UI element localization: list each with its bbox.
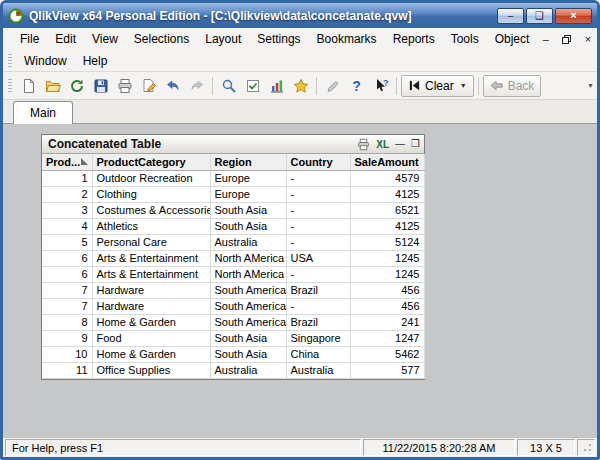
window-maximize-button[interactable]: ❑ bbox=[526, 8, 553, 24]
table-cell[interactable]: 1245 bbox=[350, 250, 424, 266]
table-cell[interactable]: 11 bbox=[42, 362, 92, 378]
table-cell[interactable]: - bbox=[286, 298, 350, 314]
undo-icon[interactable] bbox=[161, 75, 184, 97]
menu-file[interactable]: File bbox=[12, 29, 47, 49]
table-cell[interactable]: Brazil bbox=[286, 282, 350, 298]
table-cell[interactable]: 6521 bbox=[350, 202, 424, 218]
table-cell[interactable]: South Asia bbox=[210, 330, 286, 346]
caption-print-icon[interactable] bbox=[357, 137, 370, 151]
table-cell[interactable]: 5 bbox=[42, 234, 92, 250]
menu-window[interactable]: Window bbox=[16, 51, 75, 71]
column-header-region[interactable]: Region bbox=[210, 154, 286, 170]
table-cell[interactable]: 1 bbox=[42, 170, 92, 186]
table-cell[interactable]: - bbox=[286, 170, 350, 186]
reload-icon[interactable] bbox=[65, 75, 88, 97]
new-document-icon[interactable] bbox=[17, 75, 40, 97]
window-close-button[interactable]: × bbox=[555, 8, 592, 24]
table-cell[interactable]: 4125 bbox=[350, 218, 424, 234]
table-cell[interactable]: Australia bbox=[286, 362, 350, 378]
table-cell[interactable]: 8 bbox=[42, 314, 92, 330]
table-cell[interactable]: Athletics bbox=[92, 218, 210, 234]
resize-grip[interactable] bbox=[577, 439, 595, 456]
table-cell[interactable]: USA bbox=[286, 250, 350, 266]
table-cell[interactable]: 241 bbox=[350, 314, 424, 330]
menu-settings[interactable]: Settings bbox=[249, 29, 308, 49]
clear-button[interactable]: Clear ▼ bbox=[401, 75, 474, 97]
table-cell[interactable]: Home & Garden bbox=[92, 346, 210, 362]
table-cell[interactable]: 1245 bbox=[350, 266, 424, 282]
table-cell[interactable]: - bbox=[286, 234, 350, 250]
table-cell[interactable]: 9 bbox=[42, 330, 92, 346]
table-cell[interactable]: 4125 bbox=[350, 186, 424, 202]
table-cell[interactable]: Singapore bbox=[286, 330, 350, 346]
document-restore-icon[interactable] bbox=[558, 32, 575, 47]
table-cell[interactable]: 6 bbox=[42, 250, 92, 266]
tab-main[interactable]: Main bbox=[13, 101, 73, 124]
table-cell[interactable]: South Asia bbox=[210, 202, 286, 218]
table-cell[interactable]: Arts & Entertainment bbox=[92, 266, 210, 282]
table-cell[interactable]: 10 bbox=[42, 346, 92, 362]
menu-help[interactable]: Help bbox=[75, 51, 116, 71]
menu-tools[interactable]: Tools bbox=[443, 29, 487, 49]
table-cell[interactable]: Costumes & Accessories bbox=[92, 202, 210, 218]
table-cell[interactable]: 5124 bbox=[350, 234, 424, 250]
table-cell[interactable]: 6 bbox=[42, 266, 92, 282]
window-minimize-button[interactable]: – bbox=[497, 8, 524, 24]
table-cell[interactable]: South America bbox=[210, 314, 286, 330]
table-cell[interactable]: 7 bbox=[42, 282, 92, 298]
quick-chart-icon[interactable] bbox=[265, 75, 288, 97]
table-cell[interactable]: Brazil bbox=[286, 314, 350, 330]
menu-grip-2[interactable] bbox=[8, 54, 12, 68]
print-icon[interactable] bbox=[113, 75, 136, 97]
current-selections-icon[interactable] bbox=[241, 75, 264, 97]
table-cell[interactable]: Australia bbox=[210, 362, 286, 378]
menu-view[interactable]: View bbox=[84, 29, 126, 49]
bookmark-star-icon[interactable] bbox=[289, 75, 312, 97]
back-button[interactable]: Back bbox=[483, 75, 542, 97]
table-cell[interactable]: North AMerica bbox=[210, 250, 286, 266]
table-cell[interactable]: 2 bbox=[42, 186, 92, 202]
table-cell[interactable]: 5462 bbox=[350, 346, 424, 362]
table-cell[interactable]: North AMerica bbox=[210, 266, 286, 282]
table-cell[interactable]: Europe bbox=[210, 186, 286, 202]
edit-script-icon[interactable] bbox=[137, 75, 160, 97]
table-cell[interactable]: South America bbox=[210, 298, 286, 314]
table-cell[interactable]: 456 bbox=[350, 282, 424, 298]
table-cell[interactable]: South Asia bbox=[210, 218, 286, 234]
table-caption-bar[interactable]: Concatenated Table XL — ❒ bbox=[42, 135, 424, 154]
column-header-saleamount[interactable]: SaleAmount bbox=[350, 154, 424, 170]
table-cell[interactable]: Office Supplies bbox=[92, 362, 210, 378]
table-cell[interactable]: - bbox=[286, 218, 350, 234]
table-cell[interactable]: Europe bbox=[210, 170, 286, 186]
table-cell[interactable]: - bbox=[286, 202, 350, 218]
table-cell[interactable]: Personal Care bbox=[92, 234, 210, 250]
caption-minimize-icon[interactable]: — bbox=[395, 137, 405, 151]
whats-this-icon[interactable]: ? bbox=[369, 75, 392, 97]
menu-edit[interactable]: Edit bbox=[47, 29, 84, 49]
excel-export-icon[interactable]: XL bbox=[376, 137, 389, 151]
column-header-country[interactable]: Country bbox=[286, 154, 350, 170]
table-cell[interactable]: - bbox=[286, 266, 350, 282]
toolbar-grip[interactable] bbox=[8, 79, 12, 93]
table-cell[interactable]: Outdoor Recreation bbox=[92, 170, 210, 186]
menu-reports[interactable]: Reports bbox=[385, 29, 443, 49]
table-cell[interactable]: - bbox=[286, 186, 350, 202]
table-cell[interactable]: 3 bbox=[42, 202, 92, 218]
table-cell[interactable]: China bbox=[286, 346, 350, 362]
table-cell[interactable]: 4 bbox=[42, 218, 92, 234]
table-cell[interactable]: 4579 bbox=[350, 170, 424, 186]
edit-module-icon[interactable] bbox=[321, 75, 344, 97]
table-cell[interactable]: 1247 bbox=[350, 330, 424, 346]
table-cell[interactable]: South America bbox=[210, 282, 286, 298]
table-cell[interactable]: Food bbox=[92, 330, 210, 346]
menu-layout[interactable]: Layout bbox=[197, 29, 249, 49]
toolbar-overflow-icon[interactable]: ▼ bbox=[587, 82, 594, 89]
table-cell[interactable]: 577 bbox=[350, 362, 424, 378]
menu-selections[interactable]: Selections bbox=[126, 29, 197, 49]
caption-maximize-icon[interactable]: ❒ bbox=[411, 137, 420, 151]
open-file-icon[interactable] bbox=[41, 75, 64, 97]
table-cell[interactable]: 456 bbox=[350, 298, 424, 314]
menu-bookmarks[interactable]: Bookmarks bbox=[309, 29, 385, 49]
clear-dropdown-icon[interactable]: ▼ bbox=[460, 82, 467, 89]
redo-icon[interactable] bbox=[185, 75, 208, 97]
